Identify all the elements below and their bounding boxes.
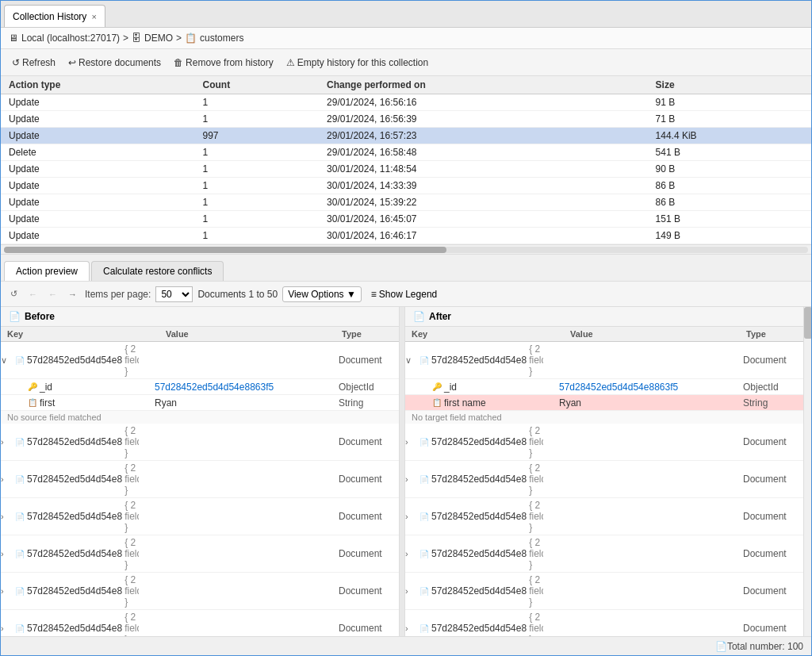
tree-key: 📄57d28452ed5d4d54e8 { 2 fields }: [416, 610, 543, 636]
cell-count: 1: [194, 194, 319, 211]
breadcrumb-customers[interactable]: customers: [200, 33, 243, 44]
restore-label: Restore documents: [79, 57, 161, 68]
tree-toggle[interactable]: ∨: [1, 355, 12, 366]
restore-documents-button[interactable]: ↩ Restore documents: [63, 56, 166, 70]
list-item[interactable]: ›📄57d28452ed5d4d54e8 { 2 fields }Documen…: [405, 610, 803, 636]
cell-count: 1: [194, 228, 319, 244]
tree-value: [139, 552, 335, 555]
cell-size: 90 B: [648, 161, 811, 178]
table-row[interactable]: Update 997 29/01/2024, 16:57:23 144.4 Ki…: [1, 128, 811, 144]
tab-close-button[interactable]: ×: [91, 12, 96, 21]
before-panel-body[interactable]: ∨📄57d28452ed5d4d54e8 { 2 fields }Documen…: [1, 342, 399, 636]
list-item[interactable]: 🔑_id57d28452ed5d4d54e8863f5ObjectId: [405, 379, 803, 395]
list-item[interactable]: ›📄57d28452ed5d4d54e8 { 2 fields }Documen…: [405, 573, 803, 610]
total-count: Total number: 100: [727, 641, 803, 652]
tree-value: [543, 478, 740, 481]
horizontal-scrollbar[interactable]: [1, 245, 811, 255]
scrollbar-thumb[interactable]: [4, 247, 446, 253]
items-per-page-select[interactable]: 50 100 200: [155, 286, 193, 302]
key-icon: 📋: [432, 398, 442, 407]
tree-key: 📄57d28452ed5d4d54e8 { 2 fields }: [12, 342, 139, 378]
tree-key: 📄57d28452ed5d4d54e8 { 2 fields }: [12, 535, 139, 572]
tree-toggle[interactable]: ›: [405, 474, 416, 484]
right-scrollbar-thumb[interactable]: [804, 307, 811, 339]
table-row[interactable]: Update 1 30/01/2024, 16:46:17 149 B: [1, 228, 811, 244]
breadcrumb-sep2: >: [176, 33, 182, 44]
tree-key: 📄57d28452ed5d4d54e8 { 2 fields }: [416, 461, 543, 497]
list-item[interactable]: ∨📄57d28452ed5d4d54e8 { 2 fields }Documen…: [405, 342, 803, 379]
remove-history-button[interactable]: 🗑 Remove from history: [169, 56, 278, 70]
view-options-button[interactable]: View Options ▼: [282, 286, 362, 302]
empty-history-button[interactable]: ⚠ Empty history for this collection: [282, 56, 433, 70]
list-item[interactable]: ›📄57d28452ed5d4d54e8 { 2 fields }Documen…: [1, 498, 399, 535]
list-item[interactable]: ›📄57d28452ed5d4d54e8 { 2 fields }Documen…: [1, 424, 399, 461]
view-options-label: View Options ▼: [288, 289, 356, 300]
tab-calculate-conflicts[interactable]: Calculate restore conflicts: [91, 261, 224, 281]
collection-history-tab[interactable]: Collection History ×: [4, 5, 105, 27]
before-col-type: Type: [335, 327, 399, 341]
list-item[interactable]: ›📄57d28452ed5d4d54e8 { 2 fields }Documen…: [1, 610, 399, 636]
tree-toggle[interactable]: ›: [405, 586, 416, 596]
list-item[interactable]: ›📄57d28452ed5d4d54e8 { 2 fields }Documen…: [405, 424, 803, 461]
tree-value: [543, 359, 740, 362]
nav-first-button[interactable]: ←: [25, 288, 40, 301]
tree-toggle[interactable]: ›: [1, 623, 12, 633]
cell-action: Update: [1, 161, 194, 178]
refresh-page-button[interactable]: ↺: [7, 287, 21, 301]
key-icon: 📄: [15, 438, 25, 447]
tree-key: 📋first name: [429, 396, 556, 410]
tree-toggle[interactable]: ›: [1, 549, 12, 558]
list-item[interactable]: 🔑_id57d28452ed5d4d54e8863f5ObjectId: [1, 379, 399, 395]
table-row[interactable]: Update 1 29/01/2024, 16:56:16 91 B: [1, 94, 811, 111]
tree-key: 🔑_id: [429, 380, 556, 394]
cell-action: Update: [1, 111, 194, 128]
show-legend-button[interactable]: ≡ Show Legend: [366, 287, 442, 301]
tree-toggle[interactable]: ›: [1, 586, 12, 596]
list-item[interactable]: ›📄57d28452ed5d4d54e8 { 2 fields }Documen…: [1, 461, 399, 498]
table-row[interactable]: Update 1 30/01/2024, 14:33:39 86 B: [1, 178, 811, 194]
tree-toggle[interactable]: ›: [1, 437, 12, 447]
after-title: After: [429, 311, 451, 322]
panels-container: 📄 Before Key Value Type ∨📄57d28452ed5d4d…: [1, 307, 811, 636]
breadcrumb-demo[interactable]: DEMO: [144, 33, 173, 44]
scrollbar-track: [4, 247, 808, 253]
tree-toggle[interactable]: ›: [405, 623, 416, 633]
tree-toggle[interactable]: ›: [1, 512, 12, 521]
tree-key: 📄57d28452ed5d4d54e8 { 2 fields }: [416, 498, 543, 535]
right-scrollbar[interactable]: [803, 307, 811, 636]
tree-toggle[interactable]: ∨: [405, 355, 416, 366]
cell-action: Update: [1, 194, 194, 211]
nav-prev-button[interactable]: ←: [45, 288, 60, 301]
breadcrumb-local[interactable]: Local (localhost:27017): [21, 33, 120, 44]
list-item[interactable]: 📋firstRyanString: [1, 395, 399, 411]
nav-next-button[interactable]: →: [65, 288, 80, 301]
cell-count: 997: [194, 128, 319, 144]
list-item[interactable]: ›📄57d28452ed5d4d54e8 { 2 fields }Documen…: [1, 573, 399, 610]
col-action-type: Action type: [1, 76, 194, 94]
table-row[interactable]: Update 1 29/01/2024, 16:56:39 71 B: [1, 111, 811, 128]
list-item[interactable]: ›📄57d28452ed5d4d54e8 { 2 fields }Documen…: [405, 535, 803, 573]
toolbar: ↺ Refresh ↩ Restore documents 🗑 Remove f…: [1, 49, 811, 76]
list-item[interactable]: ∨📄57d28452ed5d4d54e8 { 2 fields }Documen…: [1, 342, 399, 379]
list-item[interactable]: ›📄57d28452ed5d4d54e8 { 2 fields }Documen…: [405, 461, 803, 498]
tree-value: [139, 359, 335, 362]
list-item[interactable]: 📋first nameRyanString: [405, 395, 803, 411]
table-row[interactable]: Update 1 30/01/2024, 11:48:54 90 B: [1, 161, 811, 178]
table-row[interactable]: Update 1 30/01/2024, 15:39:22 86 B: [1, 194, 811, 211]
tree-value: [139, 627, 335, 630]
tree-toggle[interactable]: ›: [405, 437, 416, 447]
tree-toggle[interactable]: ›: [405, 512, 416, 521]
restore-icon: ↩: [68, 57, 76, 68]
table-row[interactable]: Delete 1 29/01/2024, 16:58:48 541 B: [1, 144, 811, 161]
tab-action-preview[interactable]: Action preview: [4, 261, 90, 281]
refresh-icon: ↺: [12, 57, 20, 68]
key-icon: 📄: [15, 587, 25, 596]
table-row[interactable]: Update 1 30/01/2024, 16:45:07 151 B: [1, 211, 811, 228]
list-item[interactable]: ›📄57d28452ed5d4d54e8 { 2 fields }Documen…: [1, 535, 399, 573]
refresh-button[interactable]: ↺ Refresh: [7, 56, 60, 70]
tree-toggle[interactable]: ›: [1, 474, 12, 484]
after-panel-body[interactable]: ∨📄57d28452ed5d4d54e8 { 2 fields }Documen…: [405, 342, 803, 636]
cell-size: 71 B: [648, 111, 811, 128]
list-item[interactable]: ›📄57d28452ed5d4d54e8 { 2 fields }Documen…: [405, 498, 803, 535]
tree-toggle[interactable]: ›: [405, 549, 416, 558]
